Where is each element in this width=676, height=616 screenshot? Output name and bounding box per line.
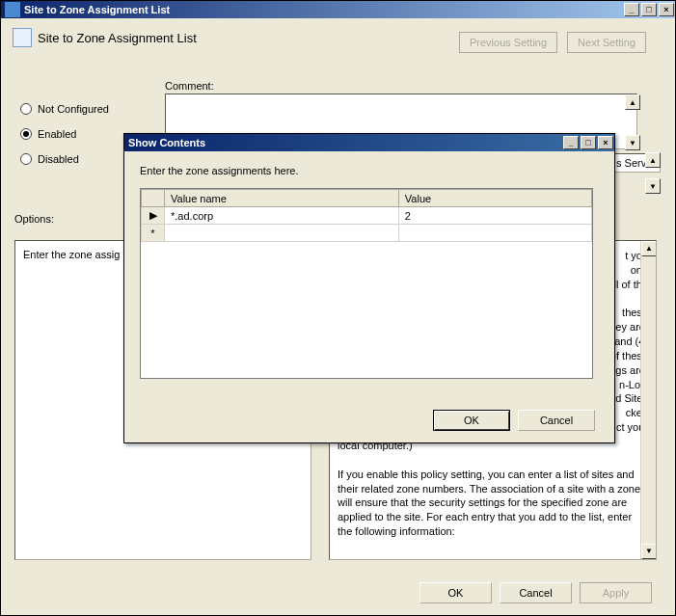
dialog-instruction: Enter the zone assignments here. [140,165,599,176]
cell-value-name[interactable] [165,225,399,242]
app-icon [5,2,20,17]
window-title: Site to Zone Assignment List [24,4,170,15]
minimize-icon[interactable]: _ [563,136,579,149]
new-row-icon: * [142,225,165,242]
dialog-titlebar: Show Contents _ □ × [124,134,614,151]
cell-value[interactable]: 2 [398,207,591,225]
col-value-name[interactable]: Value name [165,190,399,207]
cancel-button[interactable]: Cancel [500,582,572,603]
scroll-down-icon[interactable]: ▼ [641,544,657,559]
grid-new-row[interactable]: * [142,225,592,242]
grid-corner [142,190,165,207]
scroll-down-icon[interactable]: ▼ [625,135,640,150]
dialog-cancel-button[interactable]: Cancel [518,410,595,431]
grid-row[interactable]: ▶ *.ad.corp 2 [142,207,592,225]
scroll-down-icon[interactable]: ▼ [645,178,661,194]
col-value[interactable]: Value [398,190,591,207]
apply-button[interactable]: Apply [580,582,652,603]
dialog-ok-button[interactable]: OK [433,410,510,431]
maximize-icon[interactable]: □ [581,136,596,149]
radio-icon [20,103,32,115]
help-scrollbar[interactable]: ▲ ▼ [640,241,656,559]
minimize-icon[interactable]: _ [624,3,639,16]
radio-icon [20,128,32,140]
previous-setting-button[interactable]: Previous Setting [459,32,557,53]
scroll-up-icon[interactable]: ▲ [625,94,640,110]
row-indicator-icon: ▶ [142,207,165,225]
scroll-up-icon[interactable]: ▲ [641,241,657,256]
close-icon[interactable]: × [659,3,674,16]
policy-icon [13,28,32,47]
next-setting-button[interactable]: Next Setting [567,32,646,53]
close-icon[interactable]: × [598,136,613,149]
page-title: Site to Zone Assignment List [38,31,197,45]
cell-value-name[interactable]: *.ad.corp [165,207,399,225]
dialog-title: Show Contents [128,137,205,148]
radio-disabled[interactable]: Disabled [20,153,109,165]
comment-label: Comment: [165,80,641,92]
options-text: Enter the zone assig [23,249,120,260]
radio-enabled[interactable]: Enabled [20,128,109,140]
scroll-up-icon[interactable]: ▲ [645,152,661,168]
maximize-icon[interactable]: □ [641,3,657,16]
options-label: Options: [14,213,54,225]
radio-not-configured[interactable]: Not Configured [20,103,109,115]
cell-value[interactable] [398,225,591,242]
zone-grid[interactable]: Value name Value ▶ *.ad.corp 2 * [140,188,593,379]
main-titlebar: Site to Zone Assignment List _ □ × [1,1,675,18]
radio-icon [20,153,32,165]
show-contents-dialog: Show Contents _ □ × Enter the zone assig… [123,133,615,443]
ok-button[interactable]: OK [419,582,492,603]
